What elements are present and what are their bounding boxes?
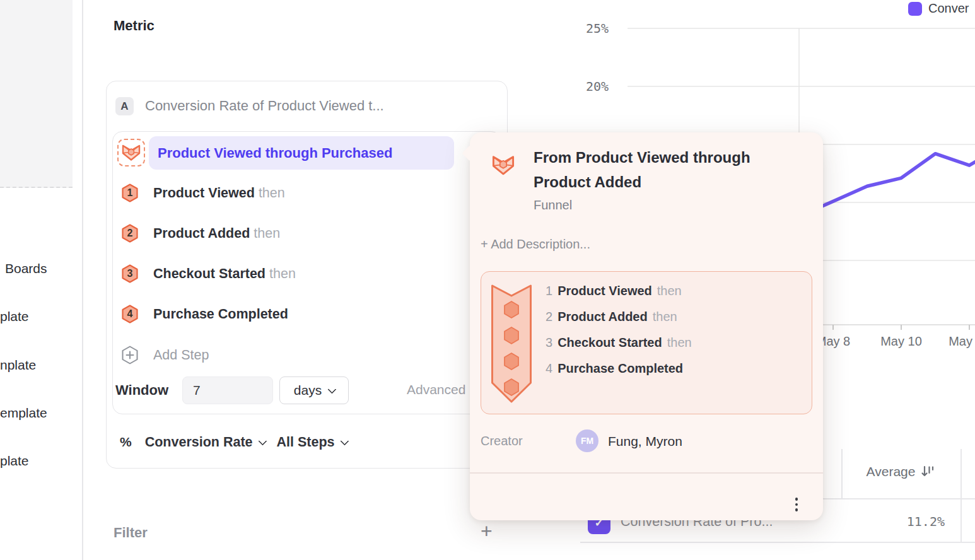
more-options-button[interactable] (787, 493, 806, 516)
svg-text:May 10: May 10 (880, 334, 922, 348)
chevron-down-icon (258, 437, 267, 446)
popover-step-1: 1Product Viewedthen (546, 282, 692, 300)
filter-section-heading: Filter (114, 525, 148, 541)
series-average-value: 11.2% (841, 514, 945, 529)
sidebar-item-template-3[interactable]: emplate (0, 405, 47, 421)
step-1-badge: 1 (121, 184, 139, 202)
popover-type-label: Funnel (534, 198, 572, 213)
step-2-badge: 2 (121, 224, 139, 243)
svg-text:25%: 25% (586, 21, 609, 36)
average-column-header[interactable]: Average (841, 464, 960, 479)
sidebar-top-panel (0, 0, 73, 188)
step-2-suffix: then (254, 226, 280, 241)
percent-icon: % (120, 435, 132, 450)
window-unit-dropdown[interactable]: days (279, 376, 349, 404)
step-1-suffix: then (259, 185, 285, 201)
selected-funnel-step[interactable]: Product Viewed through Purchased (149, 136, 454, 170)
metric-section-heading: Metric (114, 18, 155, 34)
popover-step-list: 1Product Viewedthen 2Product Addedthen 3… (546, 282, 692, 377)
popover-step-3: 3Checkout Startedthen (546, 334, 692, 351)
funnel-step-3[interactable]: 3 Checkout Started then (121, 264, 296, 283)
metric-letter-badge: A (115, 97, 134, 115)
legend-label: Conver (928, 1, 969, 16)
funnel-ribbon-icon (491, 284, 532, 404)
window-label: Window (115, 382, 168, 399)
popover-funnel-icon (492, 155, 515, 176)
step-3-name: Checkout Started (153, 266, 266, 281)
sidebar-item-boards[interactable]: Boards (5, 261, 47, 276)
creator-avatar: FM (576, 429, 598, 452)
svg-text:20%: 20% (586, 79, 609, 94)
sidebar-item-template-2[interactable]: nplate (0, 358, 36, 373)
step-3-badge: 3 (121, 264, 139, 283)
svg-text:May 12: May 12 (949, 334, 975, 348)
add-step-label: Add Step (153, 347, 209, 363)
funnel-metric-icon-button[interactable] (117, 139, 145, 166)
window-value-input[interactable]: 7 (182, 376, 273, 404)
creator-name: Fung, Myron (608, 434, 682, 449)
metric-title[interactable]: Conversion Rate of Product Viewed t... (145, 98, 384, 114)
steps-scope-dropdown[interactable]: All Steps (277, 435, 347, 450)
sidebar-item-template-1[interactable]: plate (0, 309, 29, 324)
funnel-metric-icon (122, 144, 141, 161)
add-filter-button[interactable]: + (481, 521, 493, 541)
add-description-button[interactable]: + Add Description... (481, 237, 590, 252)
app-root: Boards plate nplate emplate plate Metric… (0, 0, 975, 560)
sort-descending-icon (920, 464, 935, 479)
funnel-details-popover: From Product Viewed through Product Adde… (470, 132, 823, 520)
popover-step-4: 4Purchase Completed (546, 359, 692, 377)
chevron-down-icon (328, 385, 337, 394)
add-step-button[interactable]: Add Step (121, 346, 209, 365)
funnel-step-2[interactable]: 2 Product Added then (121, 224, 280, 243)
funnel-step-1[interactable]: 1 Product Viewed then (121, 184, 285, 202)
step-1-name: Product Viewed (153, 185, 255, 201)
popover-step-2: 2Product Addedthen (546, 308, 692, 325)
step-4-name: Purchase Completed (153, 306, 288, 322)
measure-row: % Conversion Rate All Steps (120, 433, 347, 452)
step-2-name: Product Added (153, 226, 250, 241)
advanced-link[interactable]: Advanced (407, 382, 465, 397)
sidebar-item-template-4[interactable]: plate (0, 453, 29, 469)
table-column-divider-right (960, 449, 962, 542)
window-unit-label: days (294, 383, 322, 398)
creator-label: Creator (481, 434, 523, 448)
sidebar-divider (82, 0, 83, 560)
add-step-icon (121, 346, 139, 365)
table-row-divider (580, 542, 975, 543)
popover-title: From Product Viewed through Product Adde… (534, 145, 767, 194)
step-4-badge: 4 (121, 305, 139, 324)
measure-dropdown[interactable]: Conversion Rate (145, 435, 265, 450)
legend-swatch (908, 2, 922, 16)
chart-legend[interactable]: Conver (908, 1, 969, 16)
popover-footer-divider (470, 472, 823, 474)
funnel-step-4[interactable]: 4 Purchase Completed (121, 305, 288, 324)
step-3-suffix: then (269, 266, 296, 281)
